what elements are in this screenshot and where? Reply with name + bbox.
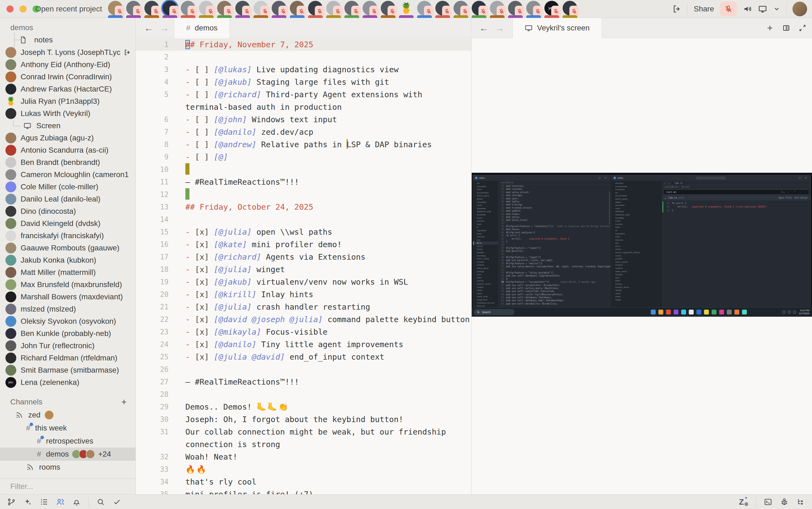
editor-line[interactable]: 3 - [ ] [@lukas] Live updating diagnosti… — [136, 63, 471, 76]
taskbar-app-icon[interactable] — [666, 310, 671, 314]
collab-participant-row[interactable]: Smit Barmase (smitbarmase) — [0, 364, 136, 376]
open-recent-project-menu[interactable]: Open recent project — [35, 0, 102, 18]
editor-line[interactable]: 35 mini profiler is fire! (+7) — [136, 488, 471, 494]
editor-line[interactable]: 4 - [ ] [@jakub] Staging large files wit… — [136, 76, 471, 88]
ai-sparkle-icon[interactable] — [23, 498, 32, 506]
editor-line[interactable]: 26 — [136, 363, 471, 376]
nav-back-button[interactable]: ← — [144, 18, 153, 38]
collab-participant-row[interactable]: Richard Feldman (rtfeldman) — [0, 352, 136, 364]
git-branch-icon[interactable] — [7, 498, 16, 506]
terminal-icon[interactable] — [764, 498, 772, 506]
speaker-icon[interactable] — [743, 4, 752, 13]
channel-row-demos[interactable]: # demos +24 — [0, 448, 136, 461]
editor-line[interactable]: connection is strong — [136, 438, 471, 451]
editor-line[interactable]: 22 - [x] [@david @joseph @julia] command… — [136, 313, 471, 326]
current-user-avatar[interactable] — [792, 2, 807, 16]
project-outline-icon[interactable] — [796, 498, 805, 506]
collab-participant-row[interactable]: Gaauwe Rombouts (gaauwe) — [0, 242, 136, 254]
editor-line[interactable]: 20 - [x] [@kirill] Inlay hints — [136, 288, 471, 301]
editor-line[interactable]: 29 Demos.. Demos! 🦶🦶👏 — [136, 401, 471, 413]
call-participant-avatar[interactable] — [108, 0, 126, 18]
channel-row-this-week[interactable]: # this week — [0, 421, 136, 435]
split-pane-button[interactable] — [782, 24, 790, 32]
window-controls[interactable] — [6, 5, 40, 12]
editor-line[interactable]: 15 - [x] [@julia] open \\wsl paths — [136, 226, 471, 238]
editor-line[interactable]: 24 - [x] [@danilo] Tiny little agent imp… — [136, 338, 471, 351]
collab-participant-row[interactable]: Lukas Wirth (Veykril) — [0, 107, 136, 120]
tasks-check-icon[interactable] — [113, 498, 121, 506]
editor-line[interactable]: 9 - [ ] [@] — [136, 151, 471, 163]
outline-panel-icon[interactable] — [40, 498, 48, 506]
call-participant-avatar[interactable] — [253, 0, 271, 18]
call-participant-avatar[interactable] — [326, 0, 344, 18]
call-participant-avatar[interactable] — [453, 0, 471, 18]
collab-participant-row[interactable]: Conrad Irwin (ConradIrwin) — [0, 71, 136, 83]
language-server-icon[interactable]: Z✦ — [739, 497, 744, 507]
editor-line[interactable]: 12 — [136, 188, 471, 201]
taskbar-system-tray[interactable]: 9:24 PM 11/7/2025 — [782, 309, 812, 315]
call-participant-avatar[interactable]: yes. — [544, 0, 562, 18]
editor-line[interactable]: 23 - [x] [@mikayla] Focus-visible — [136, 326, 471, 338]
channel-notes-editor[interactable]: 1 ## Friday, November 7, 2025 2 3 - [ ] … — [136, 38, 471, 494]
collab-participant-row[interactable]: Cameron Mcloughlin (cameron1 — [0, 168, 136, 181]
editor-line[interactable]: 14 — [136, 213, 471, 226]
collab-participant-row[interactable]: 🍍 Julia Ryan (P1n3appl3) — [0, 95, 136, 107]
shared-project-name[interactable]: demos — [0, 18, 136, 34]
collab-participant-row[interactable]: John Tur (reflectronic) — [0, 340, 136, 352]
editor-line[interactable]: 30 Joseph: Oh, I forgot about the keybin… — [136, 413, 471, 426]
collab-participant-row[interactable]: Andrew Farkas (HactarCE) — [0, 83, 136, 95]
follow-into-project-icon[interactable] — [123, 48, 132, 57]
collab-participant-row[interactable]: yes. Lena (zelenenka) — [0, 376, 136, 388]
taskbar-app-icon[interactable] — [696, 310, 701, 314]
project-search-icon[interactable] — [96, 498, 105, 506]
taskbar-app-icons[interactable] — [651, 310, 747, 314]
call-participant-avatar[interactable] — [435, 0, 453, 18]
call-participant-avatar[interactable]: 🍍 — [398, 0, 416, 18]
call-participant-avatar[interactable] — [489, 0, 508, 18]
add-channel-button[interactable] — [120, 398, 128, 406]
call-participant-avatar[interactable] — [162, 0, 180, 18]
call-participant-avatar[interactable] — [126, 0, 144, 18]
taskbar-app-icon[interactable] — [681, 310, 686, 314]
call-participant-avatar[interactable] — [508, 0, 526, 18]
call-participant-avatar[interactable] — [416, 0, 435, 18]
collab-participant-row[interactable]: Anthony Eid (Anthony-Eid) — [0, 58, 136, 71]
call-participant-avatar[interactable] — [198, 0, 217, 18]
editor-line[interactable]: 32 Woah! Neat! — [136, 451, 471, 463]
call-participant-avatar[interactable] — [562, 0, 580, 18]
channel-row-retrospectives[interactable]: # retrospectives — [0, 435, 136, 448]
taskbar-app-icon[interactable] — [727, 310, 732, 314]
collab-participant-row[interactable]: Agus Zubiaga (agu-z) — [0, 132, 136, 144]
editor-line[interactable]: 1 ## Friday, November 7, 2025 — [136, 38, 471, 51]
chevron-down-icon[interactable] — [773, 5, 780, 12]
nav-back-button[interactable]: ← — [479, 18, 488, 38]
editor-line[interactable]: 33 🔥🔥 — [136, 463, 471, 476]
taskbar-app-icon[interactable] — [742, 310, 747, 314]
collab-participant-row[interactable]: Marshall Bowers (maxdeviant) — [0, 291, 136, 303]
nav-forward-button[interactable]: → — [160, 18, 169, 38]
new-tab-button[interactable] — [766, 24, 774, 32]
collab-participant-row[interactable]: mslzed (mslzed) — [0, 303, 136, 315]
mute-mic-button[interactable] — [720, 2, 737, 16]
shared-screen-image[interactable]: salsa▢ ✕ src examples tests accumulator … — [472, 173, 812, 317]
call-participant-avatar[interactable] — [307, 0, 326, 18]
taskbar-app-icon[interactable] — [689, 310, 694, 314]
collab-participant-row[interactable]: Joseph T. Lyons (JosephTLyc — [0, 46, 136, 58]
call-participant-avatar[interactable] — [144, 0, 162, 18]
share-button[interactable]: Share — [694, 5, 714, 13]
editor-line[interactable]: 28 — [136, 388, 471, 401]
call-participant-avatar[interactable] — [526, 0, 544, 18]
collab-participant-row[interactable]: Ben Brandt (benbrandt) — [0, 156, 136, 168]
editor-line[interactable]: 25 - [x] [@julia @david] end_of_input co… — [136, 351, 471, 363]
collab-participant-row[interactable]: Max Brunsfeld (maxbrunsfeld) — [0, 278, 136, 291]
editor-line[interactable]: 5 - [ ] [@richard] Third-party Agent ext… — [136, 88, 471, 101]
taskbar-app-icon[interactable] — [651, 310, 656, 314]
channel-row-rooms[interactable]: rooms — [0, 461, 136, 474]
editor-line[interactable]: 27 — #RealTimeReactions™!!! — [136, 376, 471, 388]
taskbar-app-icon[interactable] — [674, 310, 678, 314]
collab-participant-row[interactable]: Danilo Leal (danilo-leal) — [0, 193, 136, 205]
nav-forward-button[interactable]: → — [495, 18, 504, 38]
editor-line[interactable]: 17 - [x] [@richard] Agents via Extension… — [136, 251, 471, 263]
editor-line[interactable]: 8 - [ ] [@andrew] Relative paths in LSP … — [136, 138, 471, 151]
editor-line[interactable]: 21 - [x] [@julia] crash handler restarti… — [136, 301, 471, 313]
